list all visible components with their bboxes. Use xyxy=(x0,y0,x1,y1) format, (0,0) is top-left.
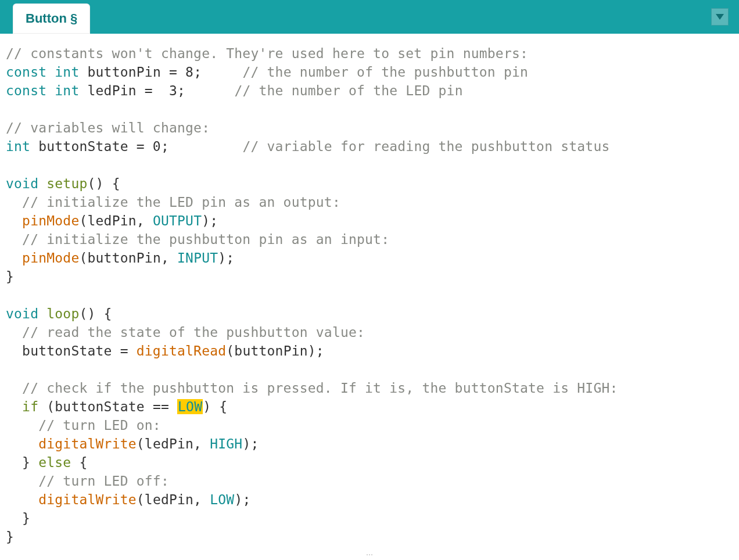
code-comment: // the number of the LED pin xyxy=(234,83,462,98)
code-keyword: void xyxy=(6,306,38,321)
code-keyword: const xyxy=(6,64,46,80)
code-text xyxy=(6,213,22,228)
code-keyword: if xyxy=(22,399,38,414)
code-text: () { xyxy=(79,306,112,321)
code-constant: OUTPUT xyxy=(153,213,202,228)
code-keyword: else xyxy=(38,455,71,470)
editor-resize-handle[interactable]: ⋯ xyxy=(366,551,373,559)
code-builtin: digitalRead xyxy=(137,343,227,358)
code-comment: // turn LED off: xyxy=(6,473,169,489)
code-text: ledPin = 3; xyxy=(79,83,234,98)
tab-button-sketch[interactable]: Button § xyxy=(13,3,90,34)
code-text: ); xyxy=(202,213,218,228)
code-builtin: digitalWrite xyxy=(38,492,137,507)
code-text: buttonState = xyxy=(6,343,137,358)
code-comment: // constants won't change. They're used … xyxy=(6,46,528,61)
code-text: (buttonState == xyxy=(38,399,177,414)
code-text: (buttonPin); xyxy=(226,343,324,358)
code-text: } xyxy=(6,511,30,526)
code-editor[interactable]: // constants won't change. They're used … xyxy=(0,34,739,552)
code-text: ); xyxy=(234,492,250,507)
code-function: setup xyxy=(46,176,87,191)
code-text: } xyxy=(6,529,14,544)
code-text: (ledPin, xyxy=(79,213,152,228)
code-text: { xyxy=(71,455,87,470)
code-text: } xyxy=(6,269,14,284)
code-text: } xyxy=(6,455,38,470)
code-comment: // variable for reading the pushbutton s… xyxy=(242,139,609,154)
code-text: (ledPin, xyxy=(137,492,210,507)
code-text: buttonPin = 8; xyxy=(79,64,242,80)
code-comment: // turn LED on: xyxy=(6,418,161,433)
code-text xyxy=(6,399,22,414)
chevron-down-icon xyxy=(716,14,724,20)
code-keyword: const xyxy=(6,83,46,98)
code-constant: INPUT xyxy=(177,250,218,265)
code-constant-highlighted: LOW xyxy=(177,399,203,414)
code-comment: // check if the pushbutton is pressed. I… xyxy=(6,380,618,396)
code-text: (buttonPin, xyxy=(79,250,177,265)
code-constant: LOW xyxy=(210,492,234,507)
code-comment: // initialize the LED pin as an output: xyxy=(6,195,340,210)
code-type: int xyxy=(55,83,79,98)
code-function: loop xyxy=(46,306,79,321)
code-text xyxy=(6,492,38,507)
tab-label: Button § xyxy=(26,11,77,26)
code-builtin: pinMode xyxy=(22,213,79,228)
code-text: buttonState = 0; xyxy=(30,139,242,154)
code-constant: HIGH xyxy=(210,436,242,451)
code-builtin: digitalWrite xyxy=(38,436,137,451)
code-text xyxy=(6,250,22,265)
code-type: int xyxy=(6,139,30,154)
code-comment: // initialize the pushbutton pin as an i… xyxy=(6,232,389,247)
svg-marker-0 xyxy=(716,14,724,20)
code-comment: // the number of the pushbutton pin xyxy=(242,64,528,80)
code-text xyxy=(6,436,38,451)
tab-bar: Button § xyxy=(0,0,739,34)
code-text: ); xyxy=(218,250,234,265)
tabs-menu-button[interactable] xyxy=(711,8,729,26)
code-builtin: pinMode xyxy=(22,250,79,265)
code-text: ); xyxy=(242,436,259,451)
code-comment: // read the state of the pushbutton valu… xyxy=(6,325,365,340)
code-text: (ledPin, xyxy=(137,436,210,451)
code-comment: // variables will change: xyxy=(6,120,210,135)
code-type: int xyxy=(55,64,79,80)
code-text: ) { xyxy=(203,399,227,414)
code-text: () { xyxy=(88,176,120,191)
code-keyword: void xyxy=(6,176,38,191)
